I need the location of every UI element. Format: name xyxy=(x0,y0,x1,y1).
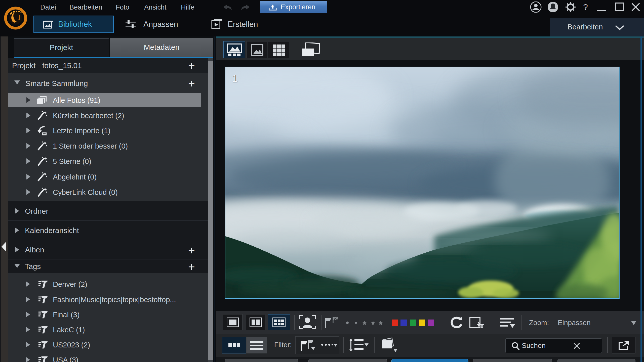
svg-text:?: ? xyxy=(583,2,588,12)
